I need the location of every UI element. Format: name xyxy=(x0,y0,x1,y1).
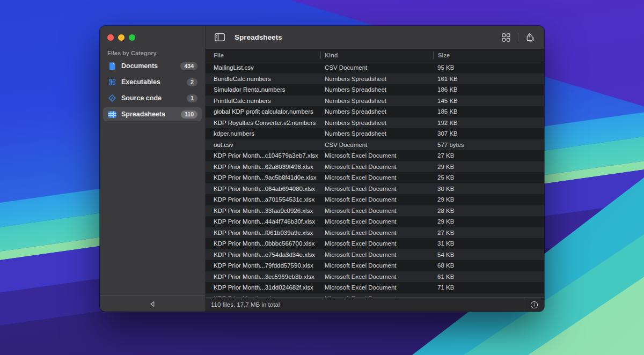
file-size: 95 KB xyxy=(433,64,544,71)
table-row[interactable]: out.csv CSV Document 577 bytes xyxy=(206,139,544,151)
sidebar-toggle-icon[interactable] xyxy=(212,31,227,44)
file-kind: Microsoft Excel Document xyxy=(320,208,433,214)
file-kind: Microsoft Excel Document xyxy=(320,230,433,236)
table-row[interactable]: Simulador Renta.numbers Numbers Spreadsh… xyxy=(206,84,544,95)
sidebar-item-label: Executables xyxy=(121,78,187,86)
file-name: KDP Prior Month...c104579a3eb7.xlsx xyxy=(206,152,320,159)
table-row[interactable]: KDP Prior Month...31dd024682f.xlsx Micro… xyxy=(206,282,544,293)
file-name: KDP Prior Month...e754da3d34e.xlsx xyxy=(206,252,320,258)
traffic-lights xyxy=(107,34,135,41)
table-row[interactable]: KDP Prior Month...79fddd57590.xlsx Micro… xyxy=(206,260,544,271)
table-row[interactable]: KDP Prior Month...3cc5969eb3b.xlsx Micro… xyxy=(206,271,544,283)
table-row[interactable]: KDP Prior Month...064ab694080.xlsx Micro… xyxy=(206,183,544,195)
file-name: MailingList.csv xyxy=(206,64,320,71)
file-name: KDP Prior Month...f061b039a9c.xlsx xyxy=(206,230,320,236)
file-name: KDP Prior Month...9ac5b8f41d0e.xlsx xyxy=(206,174,320,181)
table-row[interactable]: global KDP profit calculator.numbers Num… xyxy=(206,106,544,117)
sidebar-section-title: Files by Category xyxy=(107,50,157,56)
sidebar-item-spreadsheets[interactable]: Spreadsheets 110 xyxy=(103,107,202,121)
table-row[interactable]: PrintfulCalc.numbers Numbers Spreadsheet… xyxy=(206,95,544,107)
file-name: KDP Prior Month...31dd024682f.xlsx xyxy=(206,284,320,291)
table-row[interactable]: KDP Prior Month....xlsx Microsoft Excel … xyxy=(206,293,544,298)
count-badge: 1 xyxy=(187,94,197,102)
sidebar-item-executables[interactable]: Executables 2 xyxy=(103,75,202,89)
file-size: 68 KB xyxy=(433,262,544,269)
file-name: global KDP profit calculator.numbers xyxy=(206,108,320,115)
table-row[interactable]: KDP Prior Month...e754da3d34e.xlsx Micro… xyxy=(206,249,544,261)
table-row[interactable]: kdper.numbers Numbers Spreadsheet 307 KB xyxy=(206,128,544,139)
app-window: Files by Category Documents 434 Executab… xyxy=(100,26,544,312)
document-icon xyxy=(107,61,117,71)
file-name: KDP Prior Month...62a8039f498.xlsx xyxy=(206,164,320,170)
titlebar: Spreadsheets xyxy=(206,26,544,49)
table-row[interactable]: KDP Prior Month...c104579a3eb7.xlsx Micr… xyxy=(206,150,544,161)
column-header-file[interactable]: File xyxy=(206,52,320,58)
file-size: 28 KB xyxy=(433,208,544,214)
file-size: 307 KB xyxy=(433,130,544,137)
file-name: BundleCalc.numbers xyxy=(206,76,320,82)
file-kind: Numbers Spreadsheet xyxy=(320,130,433,137)
back-icon[interactable] xyxy=(148,300,157,308)
sidebar: Files by Category Documents 434 Executab… xyxy=(100,26,206,312)
file-size: 71 KB xyxy=(433,284,544,291)
command-icon xyxy=(107,77,117,87)
file-kind: CSV Document xyxy=(320,142,433,148)
table-row[interactable]: KDP Prior Month...a701554531c.xlsx Micro… xyxy=(206,194,544,205)
file-name: KDP Prior Month...064ab694080.xlsx xyxy=(206,186,320,192)
file-kind: Microsoft Excel Document xyxy=(320,218,433,225)
share-icon[interactable] xyxy=(523,31,538,44)
count-badge: 110 xyxy=(181,110,197,119)
table-row[interactable]: KDP Royalties Converter.v2.numbers Numbe… xyxy=(206,117,544,129)
file-size: 27 KB xyxy=(433,230,544,236)
column-header-size[interactable]: Size xyxy=(434,52,544,58)
file-size: 27 KB xyxy=(433,152,544,159)
table-row[interactable]: KDP Prior Month...62a8039f498.xlsx Micro… xyxy=(206,161,544,173)
zoom-button[interactable] xyxy=(129,34,135,41)
file-kind: Numbers Spreadsheet xyxy=(320,76,433,82)
file-name: KDP Royalties Converter.v2.numbers xyxy=(206,120,320,126)
file-size: 61 KB xyxy=(433,273,544,280)
table-row[interactable]: KDP Prior Month...0bbbc566700.xlsx Micro… xyxy=(206,238,544,249)
file-size: 29 KB xyxy=(433,218,544,225)
table-row[interactable]: KDP Prior Month...33faa0c0926.xlsx Micro… xyxy=(206,205,544,217)
sidebar-list: Documents 434 Executables 2 Source code … xyxy=(103,59,202,123)
table-row[interactable]: MailingList.csv CSV Document 95 KB xyxy=(206,62,544,73)
file-kind: Microsoft Excel Document xyxy=(320,273,433,280)
sidebar-item-documents[interactable]: Documents 434 xyxy=(103,59,202,73)
table-row[interactable]: KDP Prior Month...44a4f746b30f.xlsx Micr… xyxy=(206,216,544,227)
file-kind: CSV Document xyxy=(320,64,433,71)
count-badge: 2 xyxy=(187,78,197,86)
file-kind: Microsoft Excel Document xyxy=(320,196,433,203)
file-size: 25 KB xyxy=(433,174,544,181)
file-name: Simulador Renta.numbers xyxy=(206,86,320,93)
table-row[interactable]: BundleCalc.numbers Numbers Spreadsheet 1… xyxy=(206,73,544,85)
count-badge: 434 xyxy=(180,62,197,70)
file-name: KDP Prior Month...33faa0c0926.xlsx xyxy=(206,208,320,214)
file-name: KDP Prior Month...79fddd57590.xlsx xyxy=(206,262,320,269)
column-header-kind[interactable]: Kind xyxy=(321,52,433,58)
file-name: kdper.numbers xyxy=(206,130,320,137)
info-icon[interactable] xyxy=(524,298,544,312)
file-size: 29 KB xyxy=(433,196,544,203)
table-row[interactable]: KDP Prior Month...9ac5b8f41d0e.xlsx Micr… xyxy=(206,172,544,183)
file-size: 31 KB xyxy=(433,240,544,247)
file-kind: Numbers Spreadsheet xyxy=(320,108,433,115)
file-kind: Numbers Spreadsheet xyxy=(320,120,433,126)
toolbar-divider xyxy=(518,33,518,42)
file-size: 54 KB xyxy=(433,252,544,258)
status-bar: 110 files, 17,7 MB in total xyxy=(206,297,544,312)
file-kind: Numbers Spreadsheet xyxy=(320,86,433,93)
file-size: 186 KB xyxy=(433,86,544,93)
file-name: KDP Prior Month...3cc5969eb3b.xlsx xyxy=(206,273,320,280)
minimize-button[interactable] xyxy=(118,34,125,41)
file-kind: Microsoft Excel Document xyxy=(320,252,433,258)
file-size: 192 KB xyxy=(433,120,544,126)
table-row[interactable]: KDP Prior Month...f061b039a9c.xlsx Micro… xyxy=(206,227,544,239)
window-title: Spreadsheets xyxy=(235,33,282,41)
sidebar-item-source-code[interactable]: Source code 1 xyxy=(103,91,202,105)
grid-view-icon[interactable] xyxy=(499,31,514,44)
status-summary: 110 files, 17,7 MB in total xyxy=(206,301,524,308)
sidebar-item-label: Source code xyxy=(121,94,187,102)
close-button[interactable] xyxy=(107,34,114,41)
file-kind: Microsoft Excel Document xyxy=(320,174,433,181)
